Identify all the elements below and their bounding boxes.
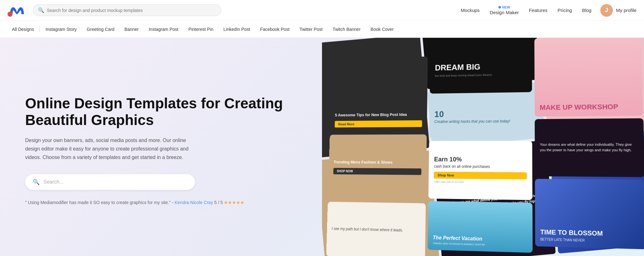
col3-time-card: TIME TO BLOSSOM BETTER LATE THAN NEVER <box>535 179 644 249</box>
nav2-divider <box>40 26 40 32</box>
blog-card-text: 5 Awesome Tips for New Blog Post Idea <box>335 112 422 118</box>
profile-section[interactable]: J My profile <box>600 4 636 17</box>
nav2-twitch-banner[interactable]: Twitch Banner <box>328 24 365 34</box>
hero-image-grid: 5 Awesome Tips for New Blog Post Idea Re… <box>322 38 644 256</box>
hero-search-icon: 🔍 <box>33 179 40 185</box>
col1-trending-card: Trending Mens Fashion & Shoes SHOP NOW <box>328 134 427 201</box>
testimonial-rating: 5 / 5 <box>214 200 223 205</box>
search-icon: 🔍 <box>38 7 44 13</box>
nav2-instagram-story[interactable]: Instagram Story <box>41 24 81 34</box>
header: 🔍 Mockups NEW Design Maker Features Pric… <box>0 0 644 21</box>
logo[interactable] <box>8 4 26 17</box>
nav-design-maker[interactable]: NEW Design Maker <box>486 3 523 18</box>
col1-blog-card: 5 Awesome Tips for New Blog Post Idea Re… <box>330 56 428 132</box>
hero-content: Online Design Templates for Creating Bea… <box>0 38 322 256</box>
nav-features[interactable]: Features <box>525 5 551 15</box>
shop-now-btn[interactable]: SHOP NOW <box>333 168 422 175</box>
col3-makeup-card: MAKE UP WORKSHOP <box>534 38 643 117</box>
testimonial-author: Kendra-Nicole Cray <box>175 200 213 205</box>
makeup-text: MAKE UP WORKSHOP <box>540 103 638 112</box>
blog-read-more-btn[interactable]: Read More <box>335 120 422 128</box>
testimonial-stars: ★★★★★ <box>224 200 244 205</box>
hacks-number: 10 <box>434 109 527 119</box>
dream-big-text: DREAM BIG <box>435 61 527 73</box>
hero-description: Design your own banners, ads, social med… <box>25 136 189 162</box>
testimonial: " Using Mediamodifier has made it SO eas… <box>25 200 303 205</box>
quote-card-text: I see my path but I don't know where it … <box>331 226 403 233</box>
nav2-greeting-card[interactable]: Greeting Card <box>82 24 119 34</box>
nav2-linkedin-post[interactable]: LinkedIn Post <box>219 24 254 34</box>
main-nav: Mockups NEW Design Maker Features Pricin… <box>457 3 636 18</box>
col3-dreams-card: Your dreams are what define your individ… <box>535 118 644 177</box>
nav2-banner[interactable]: Banner <box>120 24 143 34</box>
avatar: J <box>600 4 613 17</box>
trending-card-text: Trending Mens Fashion & Shoes <box>334 159 422 165</box>
category-nav: All Designs Instagram Story Greeting Car… <box>0 21 644 38</box>
col2-earn-card: Earn 10% cash back on all online purchas… <box>428 141 532 200</box>
testimonial-quote: " Using Mediamodifier has made it SO eas… <box>25 200 173 205</box>
header-search-bar[interactable]: 🔍 <box>33 4 221 16</box>
col2-vacation-card: The Perfect Vacation TRAVEL AND TOURISM … <box>428 201 532 253</box>
new-label: NEW <box>502 5 510 9</box>
col2-dream-card: DREAM BIG live bold and keep moving towa… <box>430 45 532 94</box>
hero-search-bar[interactable]: 🔍 <box>25 174 195 190</box>
hero-title: Online Design Templates for Creating Bea… <box>25 95 303 128</box>
hacks-text: Creative writing hacks that you can use … <box>434 119 527 125</box>
profile-name: My profile <box>616 8 636 13</box>
nav2-pinterest-pin[interactable]: Pinterest Pin <box>184 24 218 34</box>
nav2-facebook-post[interactable]: Facebook Post <box>256 24 294 34</box>
new-dot <box>498 6 501 9</box>
earn-footnote: *offer valid until 31.03.2020 <box>434 180 527 184</box>
earn-shop-now-btn[interactable]: Shop Now <box>434 172 527 180</box>
col1-quote-card: I see my path but I don't know where it … <box>326 202 426 256</box>
nav2-book-cover[interactable]: Book Cover <box>366 24 398 34</box>
dream-subtitle: live bold and keep moving toward your dr… <box>435 72 527 77</box>
svg-point-0 <box>8 12 13 17</box>
nav-mockups[interactable]: Mockups <box>457 5 483 15</box>
header-search-input[interactable] <box>47 8 216 13</box>
hero-section: Online Design Templates for Creating Bea… <box>0 38 644 256</box>
earn-desc: cash back on all online purchases <box>434 164 527 169</box>
time-subtitle: BETTER LATE THAN NEVER <box>540 237 641 244</box>
time-text: TIME TO BLOSSOM <box>540 228 641 238</box>
nav-blog[interactable]: Blog <box>578 5 595 15</box>
col2-hacks-card: 10 Creative writing hacks that you can u… <box>429 94 532 138</box>
nav2-twitter-post[interactable]: Twitter Post <box>295 24 327 34</box>
earn-text: Earn 10% <box>434 156 527 163</box>
nav2-instagram-post[interactable]: Instagram Post <box>144 24 183 34</box>
hero-search-input[interactable] <box>43 179 187 185</box>
dreams-text: Your dreams are what define your individ… <box>540 142 639 153</box>
vacation-text: The Perfect Vacation <box>433 235 527 243</box>
nav-pricing[interactable]: Pricing <box>554 5 576 15</box>
nav2-all-designs[interactable]: All Designs <box>8 24 38 34</box>
new-badge-container: NEW <box>498 5 510 9</box>
